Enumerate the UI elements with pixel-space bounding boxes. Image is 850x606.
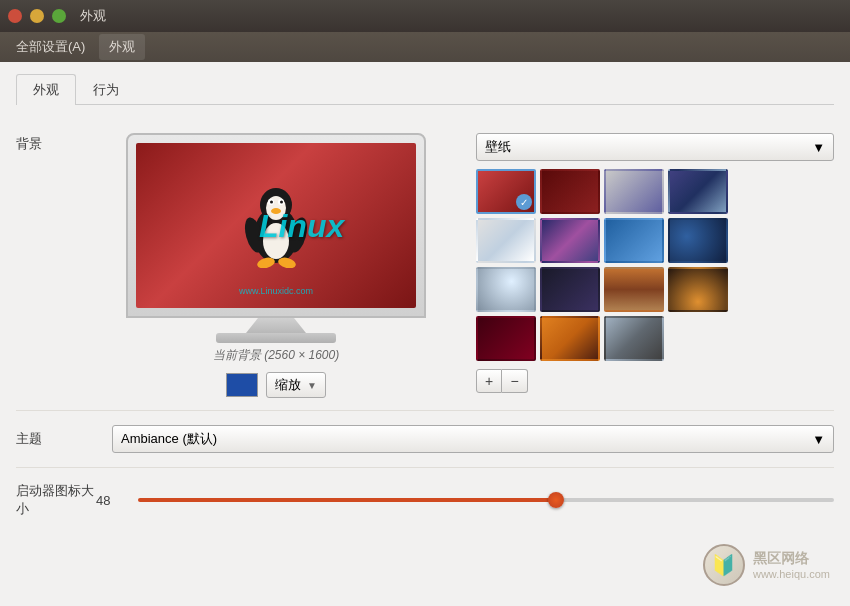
background-caption: 当前背景 (2560 × 1600) bbox=[213, 347, 339, 364]
watermark-url: www.heiqu.com bbox=[753, 568, 830, 580]
wallpaper-thumb[interactable] bbox=[604, 267, 664, 312]
add-remove-wallpaper: + − bbox=[476, 369, 834, 393]
monitor-screen: Linux www.Linuxidc.com bbox=[136, 143, 416, 308]
wallpaper-thumb[interactable] bbox=[604, 169, 664, 214]
wallpaper-thumb[interactable] bbox=[540, 218, 600, 263]
launcher-slider[interactable] bbox=[138, 498, 834, 502]
svg-point-6 bbox=[270, 201, 273, 204]
background-label: 背景 bbox=[16, 133, 96, 153]
svg-point-7 bbox=[280, 201, 283, 204]
wallpaper-thumb[interactable] bbox=[604, 218, 664, 263]
theme-dropdown[interactable]: Ambiance (默认) ▼ bbox=[112, 425, 834, 453]
tab-appearance[interactable]: 外观 bbox=[16, 74, 76, 105]
scale-label: 缩放 bbox=[275, 376, 301, 394]
launcher-section: 启动器图标大小 48 bbox=[16, 468, 834, 532]
slider-thumb[interactable] bbox=[548, 492, 564, 508]
maximize-button[interactable] bbox=[52, 9, 66, 23]
wallpaper-dropdown-arrow: ▼ bbox=[812, 140, 825, 155]
background-section: 背景 bbox=[16, 121, 834, 411]
scale-dropdown-arrow: ▼ bbox=[307, 380, 317, 391]
menu-all-settings[interactable]: 全部设置(A) bbox=[6, 34, 95, 60]
wallpaper-thumb[interactable] bbox=[476, 218, 536, 263]
color-swatch[interactable] bbox=[226, 373, 258, 397]
wallpaper-thumb[interactable] bbox=[668, 218, 728, 263]
titlebar: 外观 bbox=[0, 0, 850, 32]
add-wallpaper-button[interactable]: + bbox=[476, 369, 502, 393]
monitor-base bbox=[216, 333, 336, 343]
launcher-label: 启动器图标大小 bbox=[16, 482, 96, 518]
wallpaper-thumb[interactable] bbox=[476, 316, 536, 361]
wallpaper-thumb[interactable] bbox=[476, 267, 536, 312]
background-preview: Linux www.Linuxidc.com 当前背景 (2560 × 1600… bbox=[96, 133, 456, 398]
close-button[interactable] bbox=[8, 9, 22, 23]
theme-row: 主题 Ambiance (默认) ▼ bbox=[16, 425, 834, 453]
background-content: Linux www.Linuxidc.com 当前背景 (2560 × 1600… bbox=[96, 133, 834, 398]
wallpaper-grid: ✓ bbox=[476, 169, 834, 361]
wallpaper-thumb[interactable] bbox=[540, 267, 600, 312]
wallpaper-thumb[interactable]: ✓ bbox=[476, 169, 536, 214]
scale-dropdown[interactable]: 缩放 ▼ bbox=[266, 372, 326, 398]
watermark: 🔰 黑区网络 www.heiqu.com bbox=[703, 544, 830, 586]
wallpaper-thumb[interactable] bbox=[540, 169, 600, 214]
monitor-frame: Linux www.Linuxidc.com bbox=[126, 133, 426, 318]
monitor-wrapper: Linux www.Linuxidc.com bbox=[126, 133, 426, 333]
monitor-stand bbox=[246, 318, 306, 333]
svg-point-1 bbox=[263, 223, 289, 259]
launcher-value: 48 bbox=[96, 493, 126, 508]
tux-penguin bbox=[244, 183, 309, 268]
watermark-site: 黑区网络 bbox=[753, 550, 830, 568]
wallpaper-type-label: 壁纸 bbox=[485, 138, 511, 156]
theme-section: 主题 Ambiance (默认) ▼ bbox=[16, 411, 834, 468]
window-title: 外观 bbox=[80, 7, 106, 25]
background-controls: 缩放 ▼ bbox=[226, 372, 326, 398]
wallpaper-type-dropdown[interactable]: 壁纸 ▼ bbox=[476, 133, 834, 161]
theme-dropdown-arrow: ▼ bbox=[812, 432, 825, 447]
watermark-text: 黑区网络 www.heiqu.com bbox=[753, 550, 830, 580]
minimize-button[interactable] bbox=[30, 9, 44, 23]
main-content: 外观 行为 背景 bbox=[0, 62, 850, 606]
theme-value: Ambiance (默认) bbox=[121, 430, 217, 448]
menu-appearance[interactable]: 外观 bbox=[99, 34, 145, 60]
wallpaper-panel: 壁纸 ▼ ✓ bbox=[476, 133, 834, 398]
tabs: 外观 行为 bbox=[16, 74, 834, 105]
wallpaper-thumb[interactable] bbox=[668, 169, 728, 214]
menubar: 全部设置(A) 外观 bbox=[0, 32, 850, 62]
watermark-icon: 🔰 bbox=[703, 544, 745, 586]
wallpaper-thumb[interactable] bbox=[604, 316, 664, 361]
selected-checkmark: ✓ bbox=[516, 194, 532, 210]
launcher-controls: 48 bbox=[96, 493, 834, 508]
svg-point-8 bbox=[271, 208, 281, 214]
wallpaper-thumb[interactable] bbox=[668, 267, 728, 312]
tab-behavior[interactable]: 行为 bbox=[76, 74, 136, 105]
linuxidc-text: www.Linuxidc.com bbox=[239, 286, 313, 296]
wallpaper-thumb[interactable] bbox=[540, 316, 600, 361]
theme-label: 主题 bbox=[16, 430, 96, 448]
remove-wallpaper-button[interactable]: − bbox=[502, 369, 528, 393]
